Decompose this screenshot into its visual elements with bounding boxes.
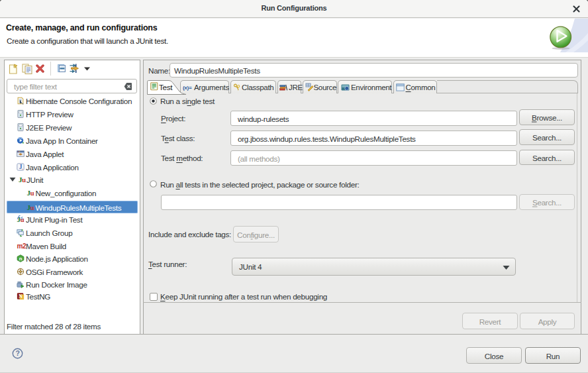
svg-text:N: N (19, 293, 23, 299)
svg-text:?: ? (15, 349, 19, 357)
svg-text:n: n (19, 256, 23, 262)
svg-text:J: J (19, 164, 23, 170)
